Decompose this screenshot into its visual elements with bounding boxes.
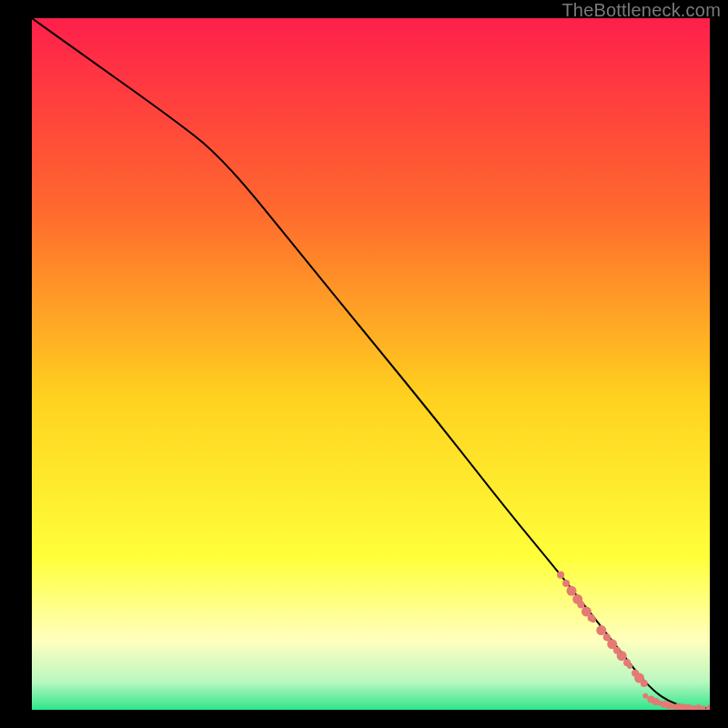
data-marker — [596, 625, 606, 635]
plot-svg — [32, 18, 710, 710]
gradient-background — [32, 18, 710, 710]
chart-frame: TheBottleneck.com — [0, 0, 728, 728]
data-marker — [577, 601, 584, 608]
data-marker — [562, 580, 570, 587]
data-marker — [591, 617, 596, 622]
data-marker — [567, 586, 577, 596]
data-marker — [557, 571, 564, 579]
data-marker — [617, 651, 627, 661]
data-marker — [642, 693, 648, 699]
data-marker — [641, 680, 648, 687]
data-marker — [627, 663, 632, 669]
plot-area — [32, 18, 710, 710]
